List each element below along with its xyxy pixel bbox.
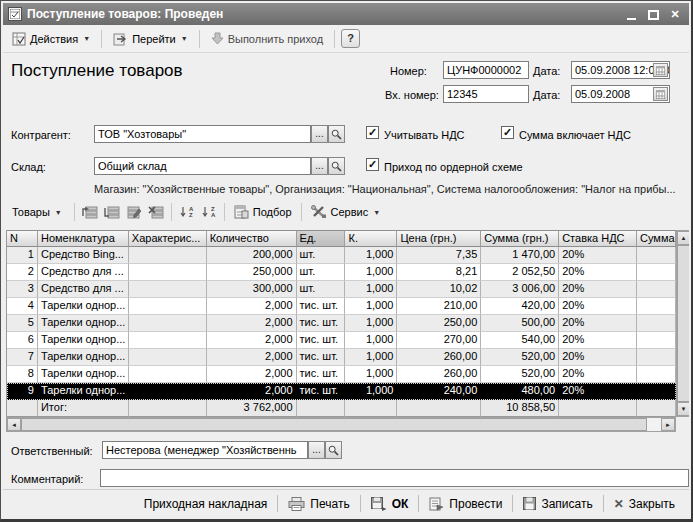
magnifier-button[interactable] [328, 157, 345, 175]
delete-row-button[interactable] [146, 202, 166, 222]
table-cell[interactable]: 210,00 [397, 298, 481, 315]
table-cell[interactable] [129, 298, 207, 315]
table-cell[interactable]: тис. шт. [297, 298, 346, 315]
table-cell[interactable]: 480,00 [481, 383, 559, 400]
table-cell[interactable] [129, 383, 207, 400]
scroll-left-icon[interactable]: ◄ [7, 418, 21, 431]
table-cell[interactable]: тис. шт. [297, 366, 346, 383]
table-cell[interactable]: 520,00 [481, 366, 559, 383]
table-cell[interactable]: 2 052,50 [481, 264, 559, 281]
scrollbar-thumb[interactable] [677, 245, 689, 402]
table-cell[interactable]: 20% [559, 247, 637, 264]
service-menu-button[interactable]: Сервис ▼ [307, 203, 385, 221]
table-cell[interactable] [129, 349, 207, 366]
scroll-right-icon[interactable]: ► [661, 418, 675, 431]
table-row[interactable]: 1Средство Bing...200,000шт.1,0007,351 47… [7, 247, 676, 264]
table-cell[interactable]: 1,000 [345, 366, 397, 383]
table-cell[interactable]: 1,000 [345, 332, 397, 349]
table-cell[interactable]: Тарелки однор... [38, 366, 129, 383]
ok-button[interactable]: ОК [365, 495, 415, 513]
table-row[interactable]: 6Тарелки однор...2,000тис. шт.1,000270,0… [7, 332, 676, 349]
table-cell[interactable]: 250,00 [397, 315, 481, 332]
table-cell[interactable]: 1 [7, 247, 38, 264]
scroll-down-icon[interactable]: ▼ [677, 402, 689, 416]
table-cell[interactable]: Тарелки однор... [38, 315, 129, 332]
table-cell[interactable]: 500,00 [481, 315, 559, 332]
vat-checkbox[interactable]: ✓ [366, 126, 379, 139]
ellipsis-button[interactable]: ... [308, 441, 325, 459]
column-header[interactable]: Сумма (грн.) [481, 230, 559, 247]
horizontal-scrollbar[interactable]: ◄ ► [6, 417, 676, 432]
table-cell[interactable]: 8,21 [397, 264, 481, 281]
vat-checkbox-label[interactable]: Учитывать НДС [384, 129, 465, 141]
table-cell[interactable]: Итог: [38, 400, 129, 417]
scroll-up-icon[interactable]: ▲ [677, 231, 689, 245]
responsible-field[interactable]: Нестерова (менеджер "Хозяйственнь [102, 441, 308, 459]
table-row[interactable]: 2Средство для ...250,000шт.1,0008,212 05… [7, 264, 676, 281]
ellipsis-button[interactable]: ... [311, 157, 328, 175]
incoming-invoice-button[interactable]: Приходная накладная [138, 495, 274, 513]
table-cell[interactable]: 1,000 [345, 264, 397, 281]
sort-ascending-button[interactable]: AZ [177, 202, 197, 222]
maximize-button[interactable] [646, 8, 660, 20]
table-cell[interactable]: 1,000 [345, 349, 397, 366]
close-button[interactable]: ✕ [668, 8, 682, 20]
table-cell[interactable]: 20% [559, 349, 637, 366]
actions-button[interactable]: Действия ▼ [7, 30, 95, 48]
table-cell[interactable] [559, 400, 637, 417]
table-cell[interactable]: 1,000 [345, 247, 397, 264]
sort-descending-button[interactable]: ZA [199, 202, 219, 222]
scrollbar-thumb[interactable] [21, 418, 647, 431]
table-cell[interactable]: Средство для ... [38, 264, 129, 281]
date-field[interactable]: 05.09.2008 12:00:00 [571, 61, 670, 79]
table-row[interactable]: 4Тарелки однор...2,000тис. шт.1,000210,0… [7, 298, 676, 315]
table-cell[interactable]: Тарелки однор... [38, 349, 129, 366]
table-cell[interactable]: 1,000 [345, 298, 397, 315]
save-button[interactable]: Записать [517, 495, 598, 513]
table-cell[interactable] [637, 298, 676, 315]
table-cell[interactable]: 1,000 [345, 315, 397, 332]
table-cell[interactable] [129, 400, 207, 417]
table-cell[interactable]: 2,000 [207, 383, 297, 400]
table-cell[interactable]: 20% [559, 281, 637, 298]
table-cell[interactable]: 20% [559, 315, 637, 332]
table-cell[interactable]: 2,000 [207, 349, 297, 366]
table-cell[interactable]: 2,000 [207, 366, 297, 383]
table-cell[interactable]: 300,000 [207, 281, 297, 298]
table-cell[interactable] [637, 349, 676, 366]
table-cell[interactable]: 7 [7, 349, 38, 366]
column-header[interactable]: Ед. [297, 230, 346, 247]
table-cell[interactable]: 3 762,000 [207, 400, 297, 417]
print-button[interactable]: Печать [282, 495, 355, 513]
copy-row-button[interactable] [102, 202, 122, 222]
calendar-icon[interactable] [653, 63, 668, 77]
ellipsis-button[interactable]: ... [311, 125, 328, 143]
table-row[interactable]: 5Тарелки однор...2,000тис. шт.1,000250,0… [7, 315, 676, 332]
vat-incl-checkbox-label[interactable]: Сумма включает НДС [519, 129, 631, 141]
table-cell[interactable]: 10 858,50 [481, 400, 559, 417]
table-cell[interactable]: Тарелки однор... [38, 298, 129, 315]
table-cell[interactable] [129, 264, 207, 281]
table-cell[interactable]: 270,00 [397, 332, 481, 349]
column-header[interactable]: Ставка НДС [559, 230, 637, 247]
table-header-row[interactable]: NНоменклатураХарактерис...КоличествоЕд.К… [7, 230, 676, 247]
warehouse-field[interactable]: Общий склад [94, 157, 311, 175]
table-cell[interactable]: 20% [559, 366, 637, 383]
table-cell[interactable]: шт. [297, 264, 346, 281]
magnifier-button[interactable] [325, 441, 342, 459]
table-cell[interactable] [129, 366, 207, 383]
edit-row-button[interactable] [124, 202, 144, 222]
table-cell[interactable]: 8 [7, 366, 38, 383]
comment-field[interactable] [100, 469, 689, 487]
table-cell[interactable] [637, 366, 676, 383]
table-cell[interactable]: 9 [7, 383, 38, 400]
table-cell[interactable] [129, 315, 207, 332]
vat-incl-checkbox[interactable]: ✓ [501, 126, 514, 139]
close-window-button[interactable]: ✕ Закрыть [608, 495, 681, 513]
table-cell[interactable]: 20% [559, 298, 637, 315]
table-cell[interactable]: 2,000 [207, 315, 297, 332]
table-cell[interactable]: 520,00 [481, 349, 559, 366]
column-header[interactable]: Количество [207, 230, 297, 247]
table-row[interactable]: 9Тарелки однор...2,000тис. шт.1,000240,0… [7, 383, 676, 400]
pick-button[interactable]: Подбор [230, 203, 296, 221]
